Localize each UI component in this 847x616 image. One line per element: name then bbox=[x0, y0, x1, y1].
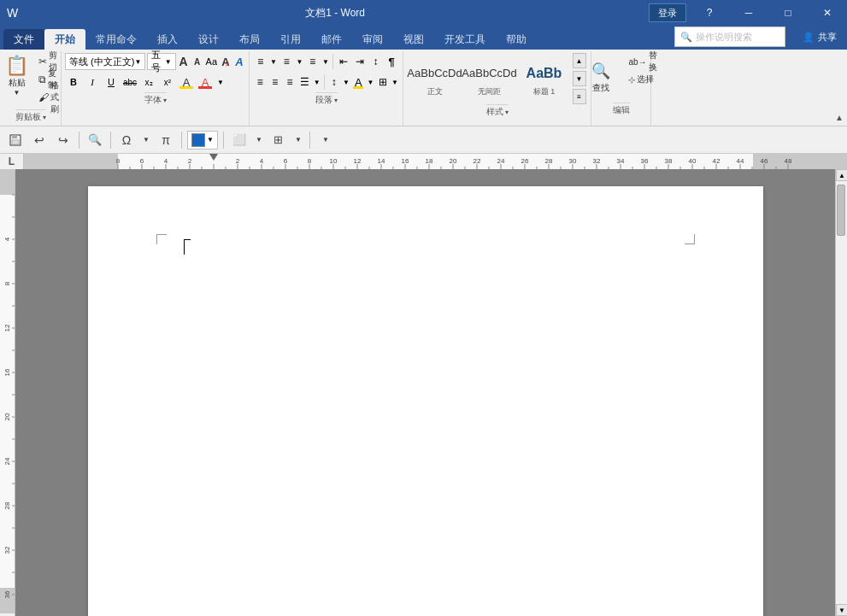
font-color-dropdown[interactable]: ▼ bbox=[215, 73, 226, 91]
tab-home[interactable]: 开始 bbox=[44, 29, 85, 50]
bullets-dropdown[interactable]: ▼ bbox=[269, 53, 279, 70]
change-case-button[interactable]: Aa bbox=[205, 53, 218, 70]
omega-button[interactable]: Ω bbox=[116, 130, 137, 150]
font-grow-button[interactable]: A bbox=[178, 53, 190, 70]
font-shrink-button[interactable]: A bbox=[191, 53, 203, 70]
omega-dropdown[interactable]: ▼ bbox=[140, 130, 152, 150]
text-effect-button[interactable]: A bbox=[233, 53, 245, 70]
tab-design[interactable]: 设计 bbox=[188, 29, 229, 50]
borders-dropdown[interactable]: ▼ bbox=[391, 73, 399, 91]
share-button[interactable]: 👤 共享 bbox=[792, 26, 847, 47]
redo-button[interactable]: ↪ bbox=[53, 130, 74, 150]
tab-review[interactable]: 审阅 bbox=[352, 29, 393, 50]
numbering-button[interactable]: ≡ bbox=[279, 53, 294, 70]
italic-button[interactable]: I bbox=[84, 73, 101, 91]
select-icon: ⊹ bbox=[628, 75, 635, 85]
grid-btn[interactable]: ⊞ bbox=[268, 130, 289, 150]
ribbon-collapse-button[interactable]: ▲ bbox=[835, 113, 844, 122]
minimize-button[interactable]: ─ bbox=[729, 0, 768, 26]
tab-insert[interactable]: 插入 bbox=[147, 29, 188, 50]
shading-button[interactable]: A bbox=[351, 73, 365, 91]
replace-icon: ab→ bbox=[628, 57, 646, 67]
close-button[interactable]: ✕ bbox=[808, 0, 847, 26]
styles-expand-icon[interactable]: ▾ bbox=[505, 109, 509, 116]
tab-layout[interactable]: 布局 bbox=[229, 29, 270, 50]
tab-help[interactable]: 帮助 bbox=[496, 29, 537, 50]
undo-button[interactable]: ↩ bbox=[29, 130, 50, 150]
scroll-up-button[interactable]: ▲ bbox=[836, 169, 847, 181]
scrollbar-thumb[interactable] bbox=[837, 185, 845, 236]
find-button[interactable]: 🔍 查找 bbox=[578, 53, 625, 103]
scrollbar-track[interactable] bbox=[836, 181, 847, 604]
bullets-button[interactable]: ≡ bbox=[253, 53, 268, 70]
ribbon-search-box[interactable]: 🔍 操作说明搜索 bbox=[674, 26, 785, 47]
login-button[interactable]: 登录 bbox=[649, 3, 686, 22]
strikethrough-button[interactable]: abc bbox=[121, 73, 138, 91]
ruler-corner[interactable]: L bbox=[0, 154, 24, 169]
vertical-scrollbar: ▲ ▼ bbox=[835, 169, 847, 616]
superscript-button[interactable]: x² bbox=[159, 73, 176, 91]
replace-button[interactable]: ab→ 替换 bbox=[626, 53, 664, 70]
clear-format-button[interactable]: A ✕ bbox=[220, 53, 232, 70]
align-center-button[interactable]: ≡ bbox=[268, 73, 281, 91]
ribbon-group-font: 等线 (中文正文) ▼ 五号 ▼ A A Aa A ✕ A B I U bbox=[62, 51, 250, 126]
print-preview-button[interactable]: 🔍 bbox=[85, 130, 105, 150]
grid-dropdown[interactable]: ▼ bbox=[292, 130, 304, 150]
style-no-spacing[interactable]: AaBbCcDd 无间距 bbox=[463, 54, 516, 103]
save-button[interactable] bbox=[5, 130, 26, 150]
style-normal[interactable]: AaBbCcDd 正文 bbox=[409, 54, 462, 103]
format-painter-button[interactable]: 🖌 格式刷 bbox=[36, 89, 62, 106]
sort-button[interactable]: ↕ bbox=[368, 53, 384, 70]
tab-common[interactable]: 常用命令 bbox=[85, 29, 147, 50]
toolbar-sep-5 bbox=[309, 132, 310, 149]
font-size-dropdown[interactable]: 五号 ▼ bbox=[147, 53, 175, 70]
numbering-dropdown[interactable]: ▼ bbox=[295, 53, 304, 70]
highlight-color-bar bbox=[179, 86, 193, 89]
horizontal-ruler bbox=[24, 154, 847, 169]
tab-references[interactable]: 引用 bbox=[270, 29, 311, 50]
line-spacing-button[interactable]: ↕ bbox=[327, 73, 341, 91]
font-name-dropdown[interactable]: 等线 (中文正文) ▼ bbox=[65, 53, 145, 70]
font-size-chevron: ▼ bbox=[165, 58, 172, 66]
tab-mailings[interactable]: 邮件 bbox=[311, 29, 352, 50]
justify-button[interactable]: ☰ bbox=[297, 73, 311, 91]
select-button[interactable]: ⊹ 选择 bbox=[626, 71, 664, 88]
print-btn[interactable]: ⬜ bbox=[229, 130, 250, 150]
subscript-button[interactable]: x₂ bbox=[140, 73, 157, 91]
scroll-down-button[interactable]: ▼ bbox=[836, 604, 847, 616]
style-heading1[interactable]: AaBb 标题 1 bbox=[518, 54, 571, 103]
clipboard-expand-icon[interactable]: ▾ bbox=[43, 114, 46, 121]
line-spacing-dropdown[interactable]: ▼ bbox=[342, 73, 350, 91]
highlight-color-button[interactable]: A bbox=[178, 73, 195, 91]
increase-indent-button[interactable]: ⇥ bbox=[352, 53, 368, 70]
vruler-canvas bbox=[0, 169, 15, 613]
document-page[interactable] bbox=[88, 186, 763, 616]
customize-toolbar-button[interactable]: ▼ bbox=[315, 130, 336, 150]
tab-view[interactable]: 视图 bbox=[393, 29, 434, 50]
multilevel-button[interactable]: ≡ bbox=[305, 53, 321, 70]
color-button[interactable]: ▼ bbox=[187, 131, 218, 150]
align-left-button[interactable]: ≡ bbox=[253, 73, 267, 91]
help-button[interactable]: ? bbox=[690, 0, 729, 26]
pi-button[interactable]: π bbox=[156, 130, 176, 150]
decrease-indent-button[interactable]: ⇤ bbox=[336, 53, 351, 70]
paste-button[interactable]: 📋 粘贴 ▼ bbox=[0, 53, 34, 98]
font-group-label: 字体 ▾ bbox=[144, 92, 167, 107]
justify-dropdown[interactable]: ▼ bbox=[313, 73, 321, 91]
underline-button[interactable]: U bbox=[103, 73, 120, 91]
restore-button[interactable]: □ bbox=[768, 0, 808, 26]
tab-file[interactable]: 文件 bbox=[3, 29, 44, 50]
multilevel-dropdown[interactable]: ▼ bbox=[321, 53, 331, 70]
ruler-canvas bbox=[24, 154, 847, 169]
font-expand-icon[interactable]: ▾ bbox=[163, 97, 167, 104]
font-color-button[interactable]: A bbox=[197, 73, 214, 91]
paragraph-expand-icon[interactable]: ▾ bbox=[334, 97, 338, 104]
bold-button[interactable]: B bbox=[65, 73, 82, 91]
align-right-button[interactable]: ≡ bbox=[283, 73, 297, 91]
tab-developer[interactable]: 开发工具 bbox=[434, 29, 496, 50]
document-area[interactable] bbox=[15, 169, 835, 616]
print-dropdown[interactable]: ▼ bbox=[253, 130, 265, 150]
show-marks-button[interactable]: ¶ bbox=[384, 53, 399, 70]
borders-button[interactable]: ⊞ bbox=[376, 73, 390, 91]
shading-dropdown[interactable]: ▼ bbox=[366, 73, 374, 91]
